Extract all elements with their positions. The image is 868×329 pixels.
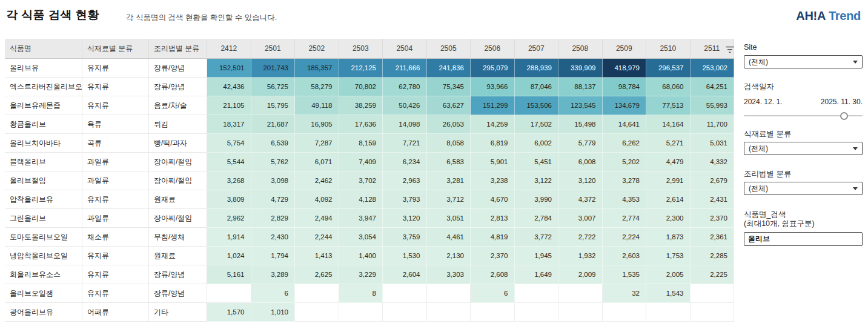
value-cell[interactable]: 6 bbox=[471, 284, 515, 303]
value-cell[interactable]: 42,436 bbox=[207, 78, 251, 96]
value-cell[interactable]: 5,451 bbox=[515, 153, 559, 171]
value-cell[interactable]: 8,058 bbox=[427, 134, 471, 153]
ingredient-cell[interactable]: 유지류 bbox=[82, 247, 149, 265]
value-cell[interactable]: 3,772 bbox=[515, 228, 559, 247]
method-cell[interactable]: 장류/양념 bbox=[149, 265, 207, 284]
ingredient-cell[interactable]: 유지류 bbox=[82, 96, 149, 115]
value-cell[interactable]: 6 bbox=[251, 284, 296, 303]
value-cell[interactable]: 1,873 bbox=[646, 228, 691, 247]
value-cell[interactable]: 70,802 bbox=[339, 78, 383, 96]
value-cell[interactable] bbox=[515, 303, 559, 322]
method-cell[interactable]: 장류/양념 bbox=[149, 59, 207, 78]
value-cell[interactable]: 3,122 bbox=[515, 171, 559, 190]
ingredient-cell[interactable]: 유지류 bbox=[82, 78, 149, 96]
food-name-cell[interactable]: 압착올리브유 bbox=[5, 190, 82, 209]
value-cell[interactable]: 14,164 bbox=[646, 115, 691, 134]
value-cell[interactable]: 3,238 bbox=[471, 171, 515, 190]
month-column-header[interactable]: 2501 bbox=[251, 39, 296, 59]
value-cell[interactable]: 18,317 bbox=[207, 115, 251, 134]
value-cell[interactable]: 123,545 bbox=[558, 96, 603, 115]
value-cell[interactable]: 62,780 bbox=[383, 78, 427, 96]
value-cell[interactable]: 14,259 bbox=[471, 115, 515, 134]
ingredient-cell[interactable]: 채소류 bbox=[82, 228, 149, 247]
value-cell[interactable]: 21,687 bbox=[251, 115, 296, 134]
method-cell[interactable]: 원재료 bbox=[149, 247, 207, 265]
ingredient-cell[interactable]: 유지류 bbox=[82, 265, 149, 284]
value-cell[interactable]: 64,251 bbox=[691, 78, 735, 96]
value-cell[interactable]: 2,225 bbox=[691, 265, 735, 284]
date-start-label[interactable]: 2024. 12. 1. bbox=[744, 98, 782, 106]
value-cell[interactable]: 11,700 bbox=[691, 115, 735, 134]
value-cell[interactable]: 3,793 bbox=[383, 190, 427, 209]
method-cell[interactable]: 장류/양념 bbox=[149, 78, 207, 96]
value-cell[interactable]: 98,784 bbox=[603, 78, 647, 96]
value-cell[interactable]: 50,426 bbox=[383, 96, 427, 115]
value-cell[interactable]: 15,498 bbox=[558, 115, 603, 134]
value-cell[interactable]: 5,161 bbox=[207, 265, 251, 284]
month-column-header[interactable]: 2506 bbox=[471, 39, 515, 59]
value-cell[interactable]: 17,502 bbox=[515, 115, 559, 134]
value-cell[interactable]: 1,535 bbox=[603, 265, 647, 284]
food-name-cell[interactable]: 올리브유 bbox=[5, 59, 82, 78]
food-name-cell[interactable]: 냉압착올리브오일 bbox=[5, 247, 82, 265]
value-cell[interactable]: 5,762 bbox=[251, 153, 296, 171]
value-cell[interactable]: 5,754 bbox=[207, 134, 251, 153]
value-cell[interactable] bbox=[383, 284, 427, 303]
value-cell[interactable]: 241,836 bbox=[427, 59, 471, 78]
value-cell[interactable]: 2,608 bbox=[471, 265, 515, 284]
value-cell[interactable]: 296,537 bbox=[646, 59, 691, 78]
value-cell[interactable]: 6,262 bbox=[603, 134, 647, 153]
value-cell[interactable]: 5,031 bbox=[691, 134, 735, 153]
value-cell[interactable] bbox=[295, 284, 339, 303]
food-name-cell[interactable]: 황금올리브 bbox=[5, 115, 82, 134]
month-column-header[interactable]: 2505 bbox=[427, 39, 471, 59]
food-name-cell[interactable]: 광어올리브유 bbox=[5, 303, 82, 322]
method-dropdown[interactable]: (전체) bbox=[744, 182, 863, 195]
column-header[interactable]: 식재료별 분류 bbox=[82, 39, 149, 59]
value-cell[interactable]: 339,909 bbox=[558, 59, 603, 78]
value-cell[interactable]: 14,641 bbox=[603, 115, 647, 134]
ingredient-cell[interactable]: 과일류 bbox=[82, 209, 149, 228]
value-cell[interactable] bbox=[471, 303, 515, 322]
value-cell[interactable] bbox=[427, 284, 471, 303]
value-cell[interactable]: 1,010 bbox=[251, 303, 296, 322]
value-cell[interactable]: 3,278 bbox=[603, 171, 647, 190]
value-cell[interactable]: 49,118 bbox=[295, 96, 339, 115]
value-cell[interactable]: 2,285 bbox=[691, 247, 735, 265]
value-cell[interactable]: 63,627 bbox=[427, 96, 471, 115]
method-cell[interactable]: 무침/생채 bbox=[149, 228, 207, 247]
value-cell[interactable]: 1,932 bbox=[558, 247, 603, 265]
month-column-header[interactable]: 2504 bbox=[383, 39, 427, 59]
value-cell[interactable]: 3,281 bbox=[427, 171, 471, 190]
value-cell[interactable]: 3,289 bbox=[251, 265, 296, 284]
value-cell[interactable]: 6,071 bbox=[295, 153, 339, 171]
method-cell[interactable]: 장아찌/절임 bbox=[149, 171, 207, 190]
value-cell[interactable]: 4,372 bbox=[558, 190, 603, 209]
date-end-label[interactable]: 2025. 11. 30. bbox=[821, 98, 863, 106]
month-column-header[interactable]: 2508 bbox=[558, 39, 603, 59]
value-cell[interactable]: 3,759 bbox=[383, 228, 427, 247]
value-cell[interactable]: 212,125 bbox=[339, 59, 383, 78]
value-cell[interactable] bbox=[427, 303, 471, 322]
value-cell[interactable]: 4,128 bbox=[339, 190, 383, 209]
food-name-cell[interactable]: 토마토올리브오일 bbox=[5, 228, 82, 247]
value-cell[interactable]: 26,053 bbox=[427, 115, 471, 134]
value-cell[interactable]: 185,357 bbox=[295, 59, 339, 78]
value-cell[interactable]: 1,649 bbox=[515, 265, 559, 284]
value-cell[interactable]: 2,962 bbox=[207, 209, 251, 228]
value-cell[interactable]: 93,966 bbox=[471, 78, 515, 96]
ingredient-cell[interactable]: 과일류 bbox=[82, 171, 149, 190]
value-cell[interactable]: 1,400 bbox=[339, 247, 383, 265]
value-cell[interactable]: 211,666 bbox=[383, 59, 427, 78]
value-cell[interactable]: 8,159 bbox=[339, 134, 383, 153]
value-cell[interactable]: 3,229 bbox=[339, 265, 383, 284]
value-cell[interactable]: 68,060 bbox=[646, 78, 691, 96]
date-slider-handle[interactable] bbox=[840, 112, 848, 120]
value-cell[interactable]: 14,098 bbox=[383, 115, 427, 134]
value-cell[interactable]: 2,431 bbox=[691, 190, 735, 209]
value-cell[interactable]: 6,008 bbox=[558, 153, 603, 171]
filter-icon[interactable] bbox=[726, 45, 734, 52]
value-cell[interactable]: 3,007 bbox=[558, 209, 603, 228]
month-column-header[interactable]: 2502 bbox=[295, 39, 339, 59]
value-cell[interactable]: 4,092 bbox=[295, 190, 339, 209]
